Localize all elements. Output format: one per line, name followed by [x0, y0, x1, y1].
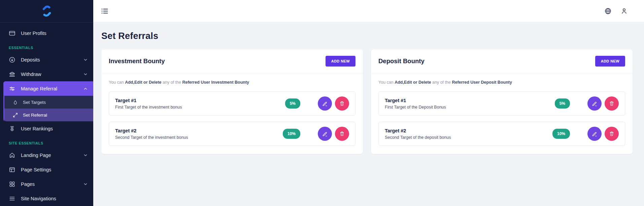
sidebar-item-set-targets[interactable]: Set Targets [4, 96, 93, 109]
sidebar-section-site-essentials: SITE ESSENTIALS [0, 136, 93, 148]
target-info: Target #1 First Target of the Deposit Bo… [385, 98, 555, 110]
sidebar-nav: User Profits ESSENTIALS Deposits [0, 23, 93, 206]
sidebar-item-user-rankings[interactable]: User Rankings [0, 121, 93, 136]
arrow-down-circle-icon [9, 56, 15, 63]
droplet-icon [12, 99, 18, 105]
card-title: Investment Bounty [109, 57, 165, 65]
main-area: Set Referrals Investment Bounty ADD NEW … [93, 0, 644, 206]
sidebar-item-label: Page Settings [21, 167, 51, 172]
pen-icon [591, 100, 598, 107]
content: Set Referrals Investment Bounty ADD NEW … [93, 22, 644, 206]
target-info: Target #1 First Target of the investment… [115, 98, 285, 110]
delete-button[interactable] [335, 96, 349, 111]
sidebar-item-user-profits[interactable]: User Profits [0, 26, 93, 40]
sidebar-item-set-referral[interactable]: Set Referral [4, 109, 93, 121]
menu-icon [9, 195, 15, 202]
home-icon [9, 152, 15, 159]
sidebar-item-label: Pages [21, 181, 35, 187]
chevron-down-icon [83, 182, 88, 187]
sidebar-section-essentials: ESSENTIALS [0, 40, 93, 52]
helper-text: You can Add,Edit or Delete any of the Re… [378, 80, 625, 85]
bank-icon [9, 71, 15, 78]
card-body: You can Add,Edit or Delete any of the Re… [101, 73, 363, 154]
grid-icon [9, 181, 15, 188]
target-description: Second Target of the investment bonus [115, 135, 283, 140]
target-description: First Target of the Deposit Bonus [385, 105, 555, 110]
sidebar-item-withdraw[interactable]: Withdraw [0, 67, 93, 81]
edit-button[interactable] [587, 127, 602, 141]
trash-icon [609, 100, 615, 107]
delete-button[interactable] [335, 127, 349, 141]
delete-button[interactable] [605, 127, 619, 141]
target-description: First Target of the investment bonus [115, 105, 285, 110]
add-new-button[interactable]: ADD NEW [326, 56, 355, 67]
percent-badge: 10% [283, 129, 300, 139]
pen-icon [322, 100, 328, 107]
edit-button[interactable] [318, 96, 332, 111]
chevron-down-icon [83, 72, 88, 77]
medal-icon [9, 125, 15, 132]
add-new-button[interactable]: ADD NEW [595, 56, 625, 67]
sidebar-item-label: Set Referral [23, 113, 47, 118]
card-title: Deposit Bounty [378, 57, 425, 65]
card-header: Investment Bounty ADD NEW [101, 49, 363, 73]
percent-badge: 5% [285, 98, 300, 109]
pen-icon [322, 131, 328, 137]
target-row: Target #2 Second Target of the deposit b… [378, 122, 625, 146]
helper-text: You can Add,Edit or Delete any of the Re… [109, 80, 355, 85]
app-window: User Profits ESSENTIALS Deposits [0, 0, 644, 206]
sidebar: User Profits ESSENTIALS Deposits [0, 0, 93, 206]
percent-badge: 10% [552, 129, 570, 139]
layout-icon [9, 166, 15, 173]
edit-button[interactable] [587, 96, 602, 111]
sidebar-item-label: Site Navigations [21, 196, 56, 201]
target-description: Second Target of the deposit bonus [385, 135, 552, 140]
pen-icon [591, 131, 598, 137]
chevron-up-icon [83, 86, 88, 91]
trash-icon [339, 100, 345, 107]
brand-logo[interactable] [0, 0, 93, 23]
card-body: You can Add,Edit or Delete any of the Re… [371, 73, 633, 154]
sidebar-item-manage-referral[interactable]: Manage Referral [3, 81, 93, 96]
credit-card-icon [9, 30, 15, 37]
edit-button[interactable] [318, 127, 332, 141]
swirl-logo-icon [40, 3, 54, 19]
expand-arrows-icon [12, 112, 18, 118]
topbar [93, 0, 644, 22]
target-info: Target #2 Second Target of the deposit b… [385, 128, 552, 140]
user-icon[interactable] [620, 7, 628, 15]
sidebar-item-landing-page[interactable]: Landing Page [0, 148, 93, 162]
sidebar-item-label: Manage Referral [21, 86, 57, 91]
target-row: Target #1 First Target of the investment… [109, 91, 355, 116]
target-name: Target #2 [115, 128, 283, 133]
sidebar-item-label: User Profits [21, 31, 46, 36]
sidebar-item-label: Set Targets [23, 100, 46, 105]
card-header: Deposit Bounty ADD NEW [371, 49, 633, 73]
manage-referral-group: Manage Referral Set Targets [3, 81, 93, 121]
target-info: Target #2 Second Target of the investmen… [115, 128, 283, 140]
list-toggle-icon[interactable] [101, 7, 109, 15]
chevron-down-icon [83, 57, 88, 62]
sidebar-item-label: Withdraw [21, 72, 41, 77]
page-title: Set Referrals [101, 31, 633, 41]
target-name: Target #2 [385, 128, 552, 133]
globe-icon[interactable] [604, 7, 612, 15]
sidebar-item-label: Landing Page [21, 153, 51, 158]
sidebar-item-site-navigations[interactable]: Site Navigations [0, 191, 93, 206]
target-name: Target #1 [115, 98, 285, 103]
chevron-down-icon [83, 153, 88, 158]
sidebar-item-page-settings[interactable]: Page Settings [0, 162, 93, 177]
cards-row: Investment Bounty ADD NEW You can Add,Ed… [101, 49, 633, 154]
trash-icon [339, 131, 345, 137]
sidebar-item-label: Deposits [21, 57, 40, 63]
sidebar-item-deposits[interactable]: Deposits [0, 52, 93, 67]
sidebar-item-label: User Rankings [21, 126, 53, 131]
delete-button[interactable] [605, 96, 619, 111]
sliders-icon [9, 85, 15, 92]
target-row: Target #1 First Target of the Deposit Bo… [378, 91, 625, 116]
target-row: Target #2 Second Target of the investmen… [109, 122, 355, 146]
investment-bounty-card: Investment Bounty ADD NEW You can Add,Ed… [101, 49, 363, 154]
percent-badge: 5% [555, 98, 570, 109]
sidebar-item-pages[interactable]: Pages [0, 177, 93, 191]
target-name: Target #1 [385, 98, 555, 103]
